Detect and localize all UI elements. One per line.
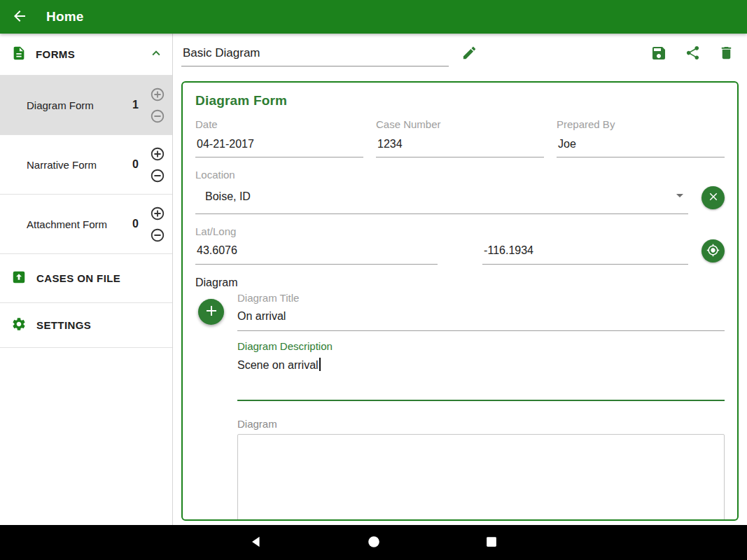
diagram-description-value: Scene on arrival — [237, 359, 319, 371]
case-number-field[interactable]: Case Number 1234 — [376, 118, 544, 158]
plus-circle-icon — [150, 87, 165, 102]
share-icon — [685, 45, 701, 63]
nav-back-button[interactable] — [249, 534, 264, 552]
settings-label: SETTINGS — [36, 319, 91, 331]
sidebar-item-label: Diagram Form — [27, 99, 132, 111]
trash-icon — [718, 45, 734, 63]
delete-button[interactable] — [718, 45, 734, 63]
diagram-title-label: Diagram Title — [237, 292, 725, 304]
save-icon — [650, 45, 667, 64]
cases-upload-icon — [11, 270, 27, 288]
add-instance-button[interactable] — [150, 146, 165, 162]
main-area: FORMS Diagram Form 1 — [0, 34, 747, 525]
android-nav-bar — [0, 525, 747, 560]
collapse-forms-button[interactable] — [148, 46, 164, 63]
nav-home-circle-icon — [366, 534, 382, 552]
clear-location-button[interactable] — [701, 186, 725, 209]
sidebar-item-diagram-form[interactable]: Diagram Form 1 — [0, 75, 172, 134]
date-field[interactable]: Date 04-21-2017 — [195, 118, 363, 158]
save-button[interactable] — [650, 45, 667, 64]
sidebar-item-cases-on-file[interactable]: CASES ON FILE — [0, 253, 172, 302]
form-instance-count: 1 — [132, 99, 139, 111]
remove-instance-button[interactable] — [150, 108, 165, 124]
form-instance-count: 0 — [132, 218, 139, 230]
longitude-value[interactable]: -116.1934 — [482, 237, 688, 265]
latlong-row: 43.6076 -116.1934 — [195, 237, 725, 265]
chevron-up-icon — [148, 46, 164, 63]
location-label: Location — [195, 169, 725, 181]
app-root: Home FORMS Diagram Form 1 — [0, 0, 747, 560]
latitude-value[interactable]: 43.6076 — [195, 237, 438, 265]
share-button[interactable] — [685, 45, 701, 63]
sidebar-item-attachment-form[interactable]: Attachment Form 0 — [0, 194, 172, 253]
diagram-form-panel: Diagram Form Date 04-21-2017 Case Number… — [181, 81, 739, 521]
text-cursor — [319, 358, 321, 371]
add-diagram-button[interactable] — [198, 299, 224, 325]
minus-circle-icon — [150, 168, 165, 183]
nav-recents-button[interactable] — [484, 534, 499, 552]
minus-circle-icon — [150, 227, 165, 243]
my-location-icon — [706, 244, 720, 259]
form-toolbar — [173, 34, 747, 74]
prepared-by-value[interactable]: Joe — [557, 130, 725, 158]
diagram-canvas[interactable] — [237, 434, 725, 521]
document-icon — [11, 46, 27, 64]
diagram-canvas-label: Diagram — [237, 418, 725, 430]
form-title: Diagram Form — [195, 93, 725, 108]
nav-home-button[interactable] — [366, 534, 382, 552]
nav-back-triangle-icon — [249, 534, 264, 552]
app-bar: Home — [0, 0, 747, 34]
gps-locate-button[interactable] — [701, 239, 725, 262]
cases-label: CASES ON FILE — [36, 272, 120, 284]
close-icon — [707, 190, 720, 205]
plus-circle-icon — [150, 206, 165, 221]
sidebar-item-settings[interactable]: SETTINGS — [0, 302, 172, 348]
location-value: Boise, ID — [205, 190, 671, 203]
form-name-input[interactable] — [181, 42, 449, 66]
field-row: Date 04-21-2017 Case Number 1234 Prepare… — [195, 118, 725, 158]
plus-icon — [203, 302, 220, 321]
page-title: Home — [46, 9, 84, 24]
nav-recents-square-icon — [484, 534, 499, 552]
chevron-down-icon — [671, 187, 688, 206]
prepared-by-field[interactable]: Prepared By Joe — [557, 118, 725, 158]
diagram-section-label: Diagram — [195, 276, 725, 289]
case-number-label: Case Number — [376, 118, 544, 130]
rename-button[interactable] — [461, 45, 477, 63]
sidebar-item-label: Attachment Form — [27, 218, 132, 230]
content-area: Diagram Form Date 04-21-2017 Case Number… — [173, 34, 747, 525]
sidebar-section-forms[interactable]: FORMS — [0, 34, 172, 75]
date-label: Date — [195, 118, 363, 130]
prepared-by-label: Prepared By — [557, 118, 725, 130]
gear-icon — [11, 316, 27, 335]
remove-instance-button[interactable] — [150, 227, 165, 243]
pencil-icon — [461, 45, 477, 63]
diagram-description-label: Diagram Description — [237, 340, 725, 352]
add-instance-button[interactable] — [150, 87, 165, 102]
form-instance-count: 0 — [132, 158, 139, 171]
diagram-entry: Diagram Title On arrival Diagram Descrip… — [237, 292, 725, 521]
forms-header-label: FORMS — [36, 48, 139, 60]
latlong-label: Lat/Long — [195, 225, 725, 237]
diagram-description-input[interactable]: Scene on arrival — [237, 352, 725, 401]
plus-circle-icon — [150, 146, 165, 162]
sidebar-item-label: Narrative Form — [27, 159, 132, 171]
arrow-back-icon — [11, 8, 28, 27]
sidebar: FORMS Diagram Form 1 — [0, 34, 173, 525]
location-row: Boise, ID — [195, 181, 725, 214]
case-number-value[interactable]: 1234 — [376, 130, 544, 158]
remove-instance-button[interactable] — [150, 168, 165, 183]
date-value[interactable]: 04-21-2017 — [195, 130, 363, 158]
location-dropdown[interactable]: Boise, ID — [195, 181, 688, 214]
minus-circle-icon — [150, 108, 165, 124]
diagram-group: Diagram Title On arrival Diagram Descrip… — [195, 292, 725, 521]
diagram-title-value[interactable]: On arrival — [237, 304, 725, 331]
sidebar-item-narrative-form[interactable]: Narrative Form 0 — [0, 134, 172, 194]
add-instance-button[interactable] — [150, 206, 165, 221]
back-button[interactable] — [11, 8, 28, 27]
